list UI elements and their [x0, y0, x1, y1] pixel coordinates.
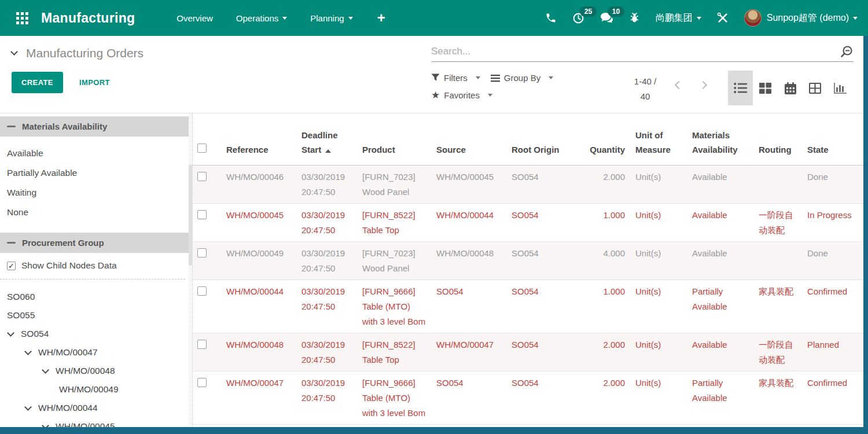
cell-quantity[interactable]: 2.000 — [582, 371, 631, 424]
column-header-quantity[interactable]: Quantity — [582, 113, 631, 165]
cell-deadline[interactable]: 03/30/2019 20:47:50 — [297, 279, 358, 333]
row-checkbox[interactable] — [197, 172, 207, 181]
create-button[interactable]: CREATE — [12, 72, 63, 93]
row-checkbox[interactable] — [197, 340, 207, 349]
cell-quantity[interactable]: 2.000 — [582, 333, 631, 371]
collapse-minus-icon[interactable] — [7, 242, 16, 244]
view-switch-kanban[interactable] — [753, 71, 778, 105]
row-checkbox[interactable] — [197, 210, 207, 219]
cell-routing[interactable]: 家具装配 — [754, 371, 803, 424]
user-menu[interactable]: Sunpop超管 (demo) — [744, 9, 858, 27]
chevron-down-icon[interactable] — [42, 366, 49, 374]
tools-icon[interactable] — [717, 12, 729, 24]
chevron-down-icon[interactable] — [42, 422, 49, 427]
cell-uom[interactable]: Unit(s) — [631, 333, 687, 371]
group-by-button[interactable]: Group By — [491, 73, 553, 83]
tree-node[interactable]: WH/MO/00045 — [0, 417, 192, 427]
cell-availability[interactable]: Partially Available — [687, 279, 754, 333]
column-header-materials-availability[interactable]: Materials Availability — [687, 113, 754, 165]
view-switch-calendar[interactable] — [778, 71, 803, 105]
debug-bug-icon[interactable] — [629, 12, 640, 24]
cell-source[interactable]: SO054 — [432, 371, 507, 424]
cell-reference[interactable]: WH/MO/00046 — [222, 165, 297, 203]
chevron-down-icon[interactable] — [24, 403, 32, 411]
cell-root_origin[interactable]: SO054 — [507, 333, 582, 371]
column-header-state[interactable]: State — [803, 113, 863, 165]
cell-reference[interactable]: WH/MO/00049 — [222, 241, 297, 279]
cell-availability[interactable]: Available — [687, 241, 754, 279]
sidebar-scrollbar-thumb[interactable] — [189, 164, 192, 266]
filters-button[interactable]: Filters — [431, 73, 480, 83]
chevron-left-icon[interactable] — [675, 81, 683, 89]
cell-reference[interactable]: WH/MO/00047 — [222, 371, 297, 424]
tree-node[interactable]: SO054 — [0, 325, 192, 343]
cell-uom[interactable]: Unit(s) — [631, 165, 687, 203]
breadcrumb[interactable]: Manufacturing Orders — [12, 46, 144, 60]
column-header-root-origin[interactable]: Root Origin — [507, 113, 582, 165]
company-menu[interactable]: 尚鹏集团 — [656, 12, 701, 24]
cell-uom[interactable]: Unit(s) — [631, 371, 687, 424]
import-button[interactable]: IMPORT — [79, 78, 110, 87]
cell-root_origin[interactable]: SO054 — [507, 165, 582, 203]
add-menu-button[interactable]: + — [377, 11, 385, 25]
cell-deadline[interactable]: 03/30/2019 20:47:50 — [297, 165, 358, 203]
cell-quantity[interactable]: 4.000 — [582, 241, 631, 279]
nav-menu-planning[interactable]: Planning — [310, 13, 352, 23]
cell-routing[interactable]: 家具装配 — [754, 279, 803, 333]
column-header-source[interactable]: Source — [432, 113, 507, 165]
cell-source[interactable]: WH/MO/00045 — [432, 165, 507, 203]
cell-root_origin[interactable]: SO054 — [507, 279, 582, 333]
nav-menu-operations[interactable]: Operations — [236, 13, 287, 23]
tree-node[interactable]: WH/MO/00049 — [0, 380, 192, 399]
phone-icon[interactable] — [545, 12, 557, 24]
cell-root_origin[interactable]: SO054 — [507, 203, 582, 241]
cell-state[interactable]: Confirmed — [803, 279, 863, 333]
table-row[interactable]: WH/MO/0004703/30/2019 20:47:50[FURN_9666… — [193, 371, 863, 424]
cell-reference[interactable]: WH/MO/00048 — [222, 333, 297, 371]
row-checkbox[interactable] — [197, 378, 207, 387]
tree-node[interactable]: SO055 — [0, 306, 192, 325]
sidebar-filter-item[interactable]: Partially Available — [0, 163, 192, 183]
view-switch-graph[interactable] — [827, 71, 852, 105]
cell-availability[interactable]: Partially Available — [687, 371, 754, 424]
cell-source[interactable]: SO054 — [432, 279, 507, 333]
cell-root_origin[interactable]: SO054 — [507, 241, 582, 279]
sidebar-filter-item[interactable]: None — [0, 203, 192, 222]
cell-quantity[interactable]: 1.000 — [582, 279, 631, 333]
table-row[interactable]: WH/MO/0004903/30/2019 20:47:50[FURN_7023… — [193, 241, 863, 279]
cell-product[interactable]: [FURN_7023] Wood Panel — [358, 241, 432, 279]
cell-availability[interactable]: Available — [687, 165, 754, 203]
cell-source[interactable]: WH/MO/00047 — [432, 333, 507, 371]
tree-node[interactable]: WH/MO/00044 — [0, 399, 192, 417]
cell-uom[interactable]: Unit(s) — [631, 279, 687, 333]
cell-availability[interactable]: Available — [687, 203, 754, 241]
cell-product[interactable]: [FURN_8522] Table Top — [358, 333, 432, 371]
search-input[interactable] — [431, 43, 854, 62]
chevron-down-icon[interactable] — [24, 348, 32, 355]
cell-deadline[interactable]: 03/30/2019 20:47:50 — [297, 203, 358, 241]
chevron-down-icon[interactable] — [10, 48, 18, 56]
cell-state[interactable]: In Progress — [803, 203, 863, 241]
cell-routing[interactable]: 一阶段自动装配 — [754, 333, 803, 371]
cell-root_origin[interactable]: SO054 — [507, 371, 582, 424]
checkbox-icon[interactable]: ✓ — [7, 262, 16, 270]
row-checkbox[interactable] — [197, 286, 207, 296]
table-row[interactable]: WH/MO/0004503/30/2019 20:47:50[FURN_8522… — [193, 203, 863, 241]
activity-clock-icon[interactable]: 25 — [572, 12, 584, 24]
column-header-product[interactable]: Product — [358, 113, 432, 165]
cell-product[interactable]: [FURN_9666] Table (MTO) with 3 level Bom — [358, 279, 432, 333]
cell-routing[interactable] — [754, 165, 803, 203]
favorites-button[interactable]: ★ Favorites — [431, 90, 492, 100]
tree-node[interactable]: SO060 — [0, 288, 192, 306]
cell-product[interactable]: [FURN_8522] Table Top — [358, 203, 432, 241]
collapse-minus-icon[interactable] — [7, 126, 16, 127]
cell-deadline[interactable]: 03/30/2019 20:47:50 — [297, 333, 358, 371]
cell-deadline[interactable]: 03/30/2019 20:47:50 — [297, 241, 358, 279]
nav-menu-overview[interactable]: Overview — [176, 13, 213, 23]
column-header-unit-of-measure[interactable]: Unit of Measure — [631, 113, 687, 165]
cell-routing[interactable]: 一阶段自动装配 — [754, 203, 803, 241]
sidebar-filter-item[interactable]: Waiting — [0, 183, 192, 203]
cell-product[interactable]: [FURN_7023] Wood Panel — [358, 165, 432, 203]
cell-quantity[interactable]: 2.000 — [582, 165, 631, 203]
view-switch-list[interactable] — [728, 71, 753, 105]
